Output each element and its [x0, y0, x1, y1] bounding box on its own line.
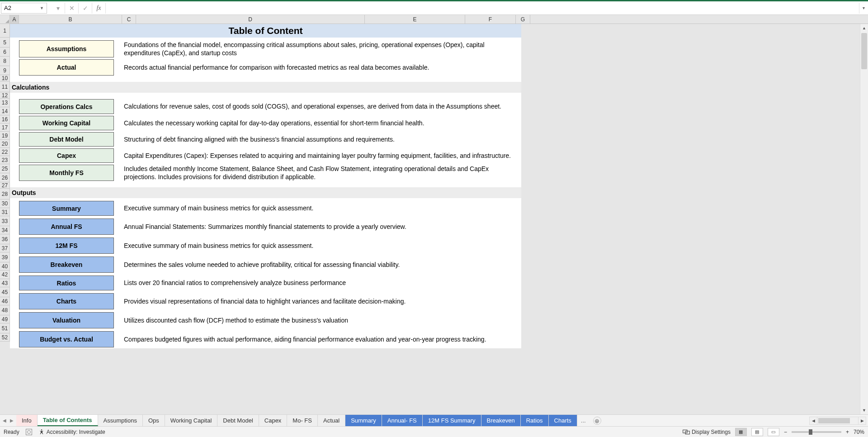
sheet-tab-ratios[interactable]: Ratios	[521, 415, 549, 426]
toc-tile-opscalcs[interactable]: Operations Calcs	[19, 99, 114, 114]
col-header-c[interactable]: C	[122, 15, 136, 24]
sheet-tab-working-capital[interactable]: Working Capital	[165, 415, 218, 426]
row-header-11[interactable]: 11	[0, 81, 10, 92]
toc-tile-wcap[interactable]: Working Capital	[19, 116, 114, 130]
row-header-9[interactable]: 9	[0, 66, 10, 75]
toc-tile-assumptions[interactable]: Assumptions	[19, 40, 114, 57]
normal-view-button[interactable]: ▦	[735, 428, 747, 436]
toc-tile-summary[interactable]: Summary	[19, 201, 114, 216]
row-header-49[interactable]: 49	[0, 315, 10, 323]
toc-tile-capex[interactable]: Capex	[19, 148, 114, 163]
row-header-34[interactable]: 34	[0, 226, 10, 234]
zoom-slider[interactable]	[792, 431, 841, 433]
row-header-33[interactable]: 33	[0, 216, 10, 226]
row-header-13[interactable]: 13	[0, 99, 10, 107]
sheet-tab-debt-model[interactable]: Debt Model	[217, 415, 259, 426]
toc-tile-monthlyfs[interactable]: Monthly FS	[19, 165, 114, 181]
cells-area[interactable]: Table of ContentAssumptionsFoundations o…	[10, 24, 868, 414]
sheet-tab-summary[interactable]: Summary	[345, 415, 382, 426]
accessibility-button[interactable]: Accessibility: Investigate	[38, 429, 105, 435]
row-header-10[interactable]: 10	[0, 75, 10, 81]
row-header-46[interactable]: 46	[0, 297, 10, 305]
tab-nav[interactable]: ◀▶	[0, 415, 16, 426]
sheet-tab-info[interactable]: Info	[16, 415, 38, 426]
row-header-23[interactable]: 23	[0, 156, 10, 164]
page-layout-view-button[interactable]: ▤	[751, 428, 763, 436]
cancel-formula-icon[interactable]: ✕	[65, 3, 79, 14]
horizontal-scrollbar[interactable]: ◀ ▶	[605, 415, 868, 426]
row-header-31[interactable]: 31	[0, 208, 10, 216]
toc-tile-twelvemfs[interactable]: 12M FS	[19, 238, 114, 254]
row-header-16[interactable]: 16	[0, 115, 10, 124]
row-header-5[interactable]: 5	[0, 38, 10, 48]
sheet-tab-annual-fs[interactable]: Annual- FS	[382, 415, 423, 426]
row-header-17[interactable]: 17	[0, 124, 10, 132]
toc-tile-valuation[interactable]: Valuation	[19, 312, 114, 328]
scroll-up-icon[interactable]: ▲	[860, 24, 868, 32]
col-header-b[interactable]: B	[19, 15, 122, 24]
col-header-e[interactable]: E	[365, 15, 465, 24]
row-header-42[interactable]: 42	[0, 271, 10, 279]
toc-tile-breakeven[interactable]: Breakeven	[19, 256, 114, 273]
display-settings-button[interactable]: Display Settings	[683, 429, 731, 435]
scroll-down-icon[interactable]: ▼	[860, 406, 868, 414]
scroll-thumb[interactable]	[861, 33, 867, 69]
row-header-45[interactable]: 45	[0, 287, 10, 297]
col-header-a[interactable]: A	[10, 15, 19, 24]
row-header-37[interactable]: 37	[0, 244, 10, 252]
sheet-tab-breakeven[interactable]: Breakeven	[481, 415, 521, 426]
macro-record-icon[interactable]	[26, 429, 32, 435]
row-header-43[interactable]: 43	[0, 279, 10, 287]
tabs-overflow[interactable]: ...	[577, 415, 590, 426]
row-header-12[interactable]: 12	[0, 92, 10, 99]
page-break-view-button[interactable]: ▭	[768, 428, 779, 436]
row-header-39[interactable]: 39	[0, 252, 10, 262]
row-header-6[interactable]: 6	[0, 48, 10, 57]
row-header-26[interactable]: 26	[0, 173, 10, 182]
hscroll-right-icon[interactable]: ▶	[858, 417, 866, 425]
row-header-27[interactable]: 27	[0, 182, 10, 189]
col-header-g[interactable]: G	[516, 15, 530, 24]
row-header-19[interactable]: 19	[0, 132, 10, 140]
row-header-52[interactable]: 52	[0, 333, 10, 342]
toc-tile-debt[interactable]: Debt Model	[19, 132, 114, 147]
col-header-f[interactable]: F	[465, 15, 516, 24]
sheet-tab-assumptions[interactable]: Assumptions	[98, 415, 143, 426]
row-header-8[interactable]: 8	[0, 57, 10, 66]
formula-expand-icon[interactable]: ▾	[859, 3, 868, 14]
sheet-tab-ops[interactable]: Ops	[143, 415, 165, 426]
row-header-28[interactable]: 28	[0, 189, 10, 200]
toc-tile-ratios[interactable]: Ratios	[19, 276, 114, 290]
row-header-25[interactable]: 25	[0, 164, 10, 173]
col-header-d[interactable]: D	[136, 15, 365, 24]
new-sheet-button[interactable]: ⊕	[593, 417, 601, 425]
row-header-48[interactable]: 48	[0, 305, 10, 315]
row-header-36[interactable]: 36	[0, 234, 10, 244]
sheet-tab-12m-fs-summary[interactable]: 12M FS Summary	[423, 415, 481, 426]
insert-function-icon[interactable]: fx	[92, 3, 106, 14]
hscroll-left-icon[interactable]: ◀	[809, 417, 817, 425]
sheet-tab-mo-fs[interactable]: Mo- FS	[287, 415, 318, 426]
name-box[interactable]: A2 ▼	[1, 3, 47, 14]
row-header-30[interactable]: 30	[0, 200, 10, 208]
sheet-tab-actual[interactable]: Actual	[318, 415, 345, 426]
row-header-20[interactable]: 20	[0, 140, 10, 148]
row-header-40[interactable]: 40	[0, 262, 10, 271]
sheet-tab-table-of-contents[interactable]: Table of Contents	[38, 415, 98, 426]
name-box-dropdown-icon[interactable]: ▼	[40, 6, 44, 10]
row-header-14[interactable]: 14	[0, 107, 10, 115]
select-all-corner[interactable]	[0, 15, 10, 24]
toc-tile-annualfs[interactable]: Annual FS	[19, 218, 114, 235]
enter-formula-icon[interactable]: ✓	[79, 3, 92, 14]
hscroll-thumb[interactable]	[818, 418, 850, 423]
formula-input[interactable]	[108, 3, 859, 14]
row-header-1[interactable]: 1	[0, 24, 10, 38]
vertical-scrollbar[interactable]: ▲ ▼	[860, 24, 868, 414]
toc-tile-bva[interactable]: Budget vs. Actual	[19, 331, 114, 347]
zoom-out-button[interactable]: −	[784, 429, 787, 435]
chevron-down-icon[interactable]: ▾	[52, 3, 65, 14]
toc-tile-actual[interactable]: Actual	[19, 59, 114, 76]
row-header-22[interactable]: 22	[0, 148, 10, 156]
row-header-51[interactable]: 51	[0, 323, 10, 333]
sheet-tab-charts[interactable]: Charts	[549, 415, 577, 426]
